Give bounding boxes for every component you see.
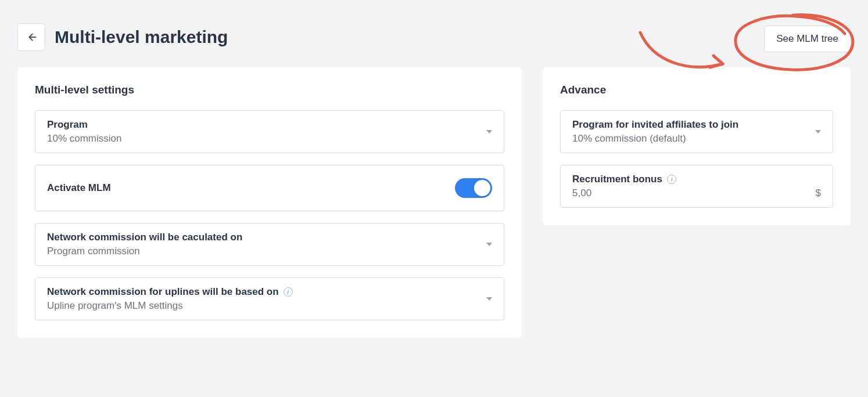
network-commission-label: Network commission will be caculated on	[47, 232, 492, 243]
invited-program-value: 10% commission (default)	[572, 133, 821, 145]
multi-level-settings-card: Multi-level settings Program 10% commiss…	[17, 67, 522, 338]
uplines-basis-value: Upline program's MLM settings	[47, 300, 492, 312]
page-title: Multi-level marketing	[55, 27, 228, 47]
uplines-basis-label: Network commission for uplines will be b…	[47, 286, 492, 298]
info-icon[interactable]: i	[667, 175, 676, 184]
recruitment-bonus-value: 5,00	[572, 187, 591, 199]
recruitment-bonus-label-text: Recruitment bonus	[572, 174, 662, 185]
program-value: 10% commission	[47, 133, 492, 145]
chevron-down-icon	[486, 130, 492, 133]
recruitment-bonus-field[interactable]: Recruitment bonus i 5,00 $	[560, 165, 833, 208]
activate-mlm-toggle[interactable]	[455, 178, 492, 198]
invited-program-select[interactable]: Program for invited affiliates to join 1…	[560, 110, 833, 153]
program-label: Program	[47, 119, 492, 131]
uplines-basis-label-text: Network commission for uplines will be b…	[47, 286, 279, 298]
arrow-left-icon	[25, 31, 38, 44]
info-icon[interactable]: i	[284, 287, 293, 297]
advance-card-title: Advance	[560, 84, 833, 96]
chevron-down-icon	[815, 130, 821, 133]
network-commission-select[interactable]: Network commission will be caculated on …	[35, 223, 504, 266]
settings-card-title: Multi-level settings	[35, 84, 504, 96]
chevron-down-icon	[486, 297, 492, 301]
uplines-basis-select[interactable]: Network commission for uplines will be b…	[35, 277, 504, 320]
see-mlm-tree-button[interactable]: See MLM tree	[764, 26, 851, 52]
program-select[interactable]: Program 10% commission	[35, 110, 504, 153]
activate-mlm-row: Activate MLM	[35, 165, 504, 211]
chevron-down-icon	[486, 243, 492, 246]
advance-card: Advance Program for invited affiliates t…	[543, 67, 851, 225]
activate-mlm-label: Activate MLM	[47, 182, 111, 194]
invited-program-label: Program for invited affiliates to join	[572, 119, 821, 131]
recruitment-bonus-currency: $	[816, 187, 821, 199]
back-button[interactable]	[17, 23, 45, 51]
toggle-knob	[474, 180, 490, 196]
network-commission-value: Program commission	[47, 246, 492, 257]
recruitment-bonus-label: Recruitment bonus i	[572, 174, 821, 185]
